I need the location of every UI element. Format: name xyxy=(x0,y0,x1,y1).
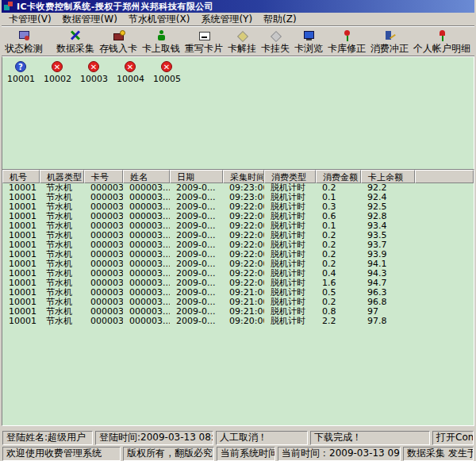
machine-item[interactable]: ✕10003 xyxy=(80,61,107,84)
table-cell: 脱机计时 xyxy=(264,298,316,307)
table-cell: 09:22:00 xyxy=(223,212,264,221)
menu-item[interactable]: 帮助(Z) xyxy=(258,12,302,27)
table-cell: 93.5 xyxy=(361,231,415,240)
table-cell: 000003 xyxy=(84,279,123,288)
table-cell: 000003... xyxy=(123,298,170,307)
table-cell: 000003 xyxy=(84,221,123,231)
column-header[interactable]: 姓名 xyxy=(123,170,170,183)
table-cell: 10001 xyxy=(2,250,40,259)
table-row[interactable]: 10001节水机000003000003...2009-0...09:23:00… xyxy=(2,193,474,202)
machine-id-label: 10003 xyxy=(80,74,108,84)
table-row[interactable]: 10001节水机000003000003...2009-0...09:22:00… xyxy=(2,231,474,240)
table-row[interactable]: 10001节水机000003000003...2009-0...09:21:00… xyxy=(2,298,474,307)
menu-item[interactable]: 卡管理(V) xyxy=(3,12,57,27)
toolbar-button-account-detail[interactable]: 个人帐户明细 xyxy=(412,29,472,55)
table-cell: 10001 xyxy=(2,202,40,212)
toolbar-button-status-check[interactable]: 状态检测 xyxy=(3,29,44,55)
toolbar-button-label: 卡上取钱 xyxy=(142,43,180,54)
table-row[interactable]: 10001节水机000003000003...2009-0...09:22:00… xyxy=(2,279,474,288)
toolbar-button-report-loss[interactable]: 卡挂失 xyxy=(259,29,291,55)
table-cell: 000003 xyxy=(84,269,123,279)
table-row[interactable]: 10001节水机000003000003...2009-0...09:22:00… xyxy=(2,212,474,221)
table-cell: 000003... xyxy=(123,307,170,317)
status-field: 当前时间：2009-03-13 09:23:12 xyxy=(278,447,401,461)
table-cell: 09:21:00 xyxy=(223,288,264,298)
table-row[interactable]: 10001节水机000003000003...2009-0...09:22:00… xyxy=(2,259,474,269)
toolbar-button-rewrite-card[interactable]: 重写卡片 xyxy=(183,29,225,55)
help-icon: ? xyxy=(15,61,26,72)
table-cell: 10001 xyxy=(2,193,40,202)
column-header[interactable]: 卡上余额 xyxy=(361,170,415,183)
table-cell: 96.8 xyxy=(361,298,415,307)
column-header[interactable]: 机号 xyxy=(2,170,40,183)
column-header[interactable]: 卡号 xyxy=(84,170,123,183)
table-row[interactable]: 10001节水机000003000003...2009-0...09:21:00… xyxy=(2,307,474,317)
table-row[interactable]: 10001节水机000003000003...2009-0...09:21:00… xyxy=(2,288,474,298)
table-row[interactable]: 10001节水机000003000003...2009-0...09:22:00… xyxy=(2,240,474,250)
toolbar-button-data-collect[interactable]: 数据采集 xyxy=(55,29,96,55)
table-cell: 节水机 xyxy=(40,212,84,221)
table-row[interactable]: 10001节水机000003000003...2009-0...09:22:00… xyxy=(2,202,474,212)
toolbar-button-withdraw[interactable]: 卡上取钱 xyxy=(140,29,182,55)
withdraw-icon xyxy=(155,29,168,42)
machine-item[interactable]: ✕10004 xyxy=(117,61,144,84)
toolbar-button-reverse-charge[interactable]: 消费冲正 xyxy=(369,29,410,55)
toolbar-button-label: 卡挂失 xyxy=(261,43,290,54)
table-row[interactable]: 10001节水机000003000003...2009-0...09:22:00… xyxy=(2,250,474,259)
table-cell: 10001 xyxy=(2,240,40,250)
table-cell: 09:22:00 xyxy=(223,250,264,259)
table-cell: 节水机 xyxy=(40,202,84,212)
table-cell: 0.1 xyxy=(316,193,361,202)
status-field: 人工取消！ xyxy=(216,431,308,445)
status-field: 版权所有，翻版必究 xyxy=(123,447,214,461)
table-cell: 10001 xyxy=(2,269,40,279)
table-row[interactable]: 10001节水机000003000003...2009-0...09:20:00… xyxy=(2,317,474,326)
column-header[interactable]: 日期 xyxy=(170,170,223,183)
table-cell: 10001 xyxy=(2,259,40,269)
toolbar-button-deposit[interactable]: 存钱入卡 xyxy=(98,29,139,55)
table-cell: 1.6 xyxy=(316,279,361,288)
machine-item[interactable]: ✕10002 xyxy=(44,61,71,84)
column-header[interactable]: 消费类型 xyxy=(264,170,316,183)
table-cell: 000003... xyxy=(123,250,170,259)
status-field: 当前系统时间 xyxy=(217,447,275,461)
table-cell: 0.5 xyxy=(316,288,361,298)
table-cell: 脱机计时 xyxy=(264,193,316,202)
menu-item[interactable]: 系统管理(Y) xyxy=(195,12,258,27)
menu-item[interactable]: 节水机管理(X) xyxy=(123,12,196,27)
app-window: IC卡收费控制系统-授权于郑州兴邦科技有限公司 卡管理(V)数据管理(W)节水机… xyxy=(0,0,476,461)
account-detail-icon xyxy=(436,29,449,42)
toolbar-button-browse-card[interactable]: 卡浏览 xyxy=(293,29,324,55)
machine-item[interactable]: ✕10005 xyxy=(153,61,180,84)
table-cell: 脱机计时 xyxy=(264,279,316,288)
toolbar-button-fix-carddb[interactable]: 卡库修正 xyxy=(326,29,367,55)
table-cell: 000003 xyxy=(84,212,123,221)
rewrite-card-icon xyxy=(198,29,211,42)
machine-item[interactable]: ?10001 xyxy=(7,61,34,84)
table-cell: 000003 xyxy=(84,288,123,298)
table-cell: 93.7 xyxy=(361,240,415,250)
toolbar-button-label: 个人帐户明细 xyxy=(413,43,470,54)
table-body: 10001节水机000003000003...2009-0...09:23:00… xyxy=(2,183,474,326)
toolbar-button-unsuspend-card[interactable]: 卡解挂 xyxy=(226,29,258,55)
column-header[interactable]: 消费金额 xyxy=(316,170,361,183)
table-cell: 000003 xyxy=(84,240,123,250)
error-icon: ✕ xyxy=(88,61,99,72)
statusbar-bottom: 欢迎使用收费管理系统版权所有，翻版必究当前系统时间当前时间：2009-03-13… xyxy=(2,447,474,461)
table-cell: 000003... xyxy=(123,231,170,240)
table-cell: 2009-0... xyxy=(170,221,223,231)
column-header[interactable]: 采集时间 xyxy=(223,170,264,183)
table-row[interactable]: 10001节水机000003000003...2009-0...09:22:00… xyxy=(2,269,474,279)
table-row[interactable]: 10001节水机000003000003...2009-0...09:22:00… xyxy=(2,221,474,231)
table-cell: 000003 xyxy=(84,202,123,212)
table-cell: 节水机 xyxy=(40,183,84,193)
browse-card-icon xyxy=(302,29,316,42)
table-cell: 0.4 xyxy=(316,269,361,279)
table-cell: 2009-0... xyxy=(170,307,223,317)
table-cell: 96.3 xyxy=(361,288,415,298)
menu-item[interactable]: 数据管理(W) xyxy=(57,12,123,27)
table-cell: 000003... xyxy=(123,221,170,231)
column-header[interactable]: 机器类型 xyxy=(40,170,84,183)
table-cell: 09:21:00 xyxy=(223,307,264,317)
table-row[interactable]: 10001节水机000003000003...2009-0...09:23:00… xyxy=(2,183,474,193)
